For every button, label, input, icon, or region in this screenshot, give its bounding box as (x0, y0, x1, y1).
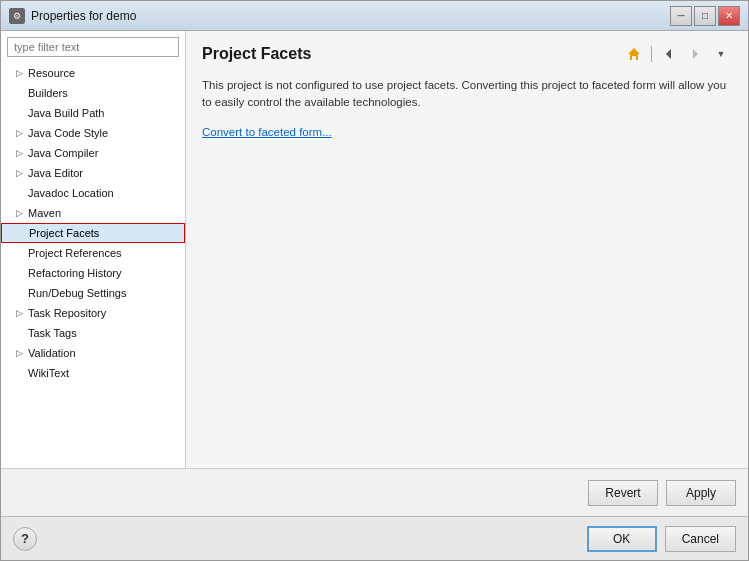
expand-icon (13, 267, 25, 279)
window-controls: ─ □ ✕ (670, 6, 740, 26)
expand-icon: ▷ (13, 347, 25, 359)
expand-icon: ▷ (13, 147, 25, 159)
expand-icon: ▷ (13, 167, 25, 179)
sidebar-item-java-code-style[interactable]: ▷ Java Code Style (1, 123, 185, 143)
expand-icon: ▷ (13, 207, 25, 219)
sidebar-item-label: Javadoc Location (28, 187, 114, 199)
sidebar-item-java-build-path[interactable]: Java Build Path (1, 103, 185, 123)
close-button[interactable]: ✕ (718, 6, 740, 26)
panel-toolbar: ▼ (623, 43, 732, 65)
expand-icon (13, 107, 25, 119)
title-bar: ⚙ Properties for demo ─ □ ✕ (1, 1, 748, 31)
forward-icon (688, 47, 702, 61)
sidebar-item-label: Java Build Path (28, 107, 104, 119)
window-title: Properties for demo (31, 9, 670, 23)
footer-right: OK Cancel (587, 526, 736, 552)
sidebar: ▷ Resource Builders Java Build Path ▷ Ja… (1, 31, 186, 468)
sidebar-item-label: Run/Debug Settings (28, 287, 126, 299)
revert-button[interactable]: Revert (588, 480, 658, 506)
sidebar-item-label: Java Compiler (28, 147, 98, 159)
sidebar-item-java-editor[interactable]: ▷ Java Editor (1, 163, 185, 183)
svg-marker-1 (666, 49, 671, 59)
sidebar-item-run-debug-settings[interactable]: Run/Debug Settings (1, 283, 185, 303)
sidebar-item-resource[interactable]: ▷ Resource (1, 63, 185, 83)
sidebar-item-label: Project Facets (29, 227, 99, 239)
sidebar-item-label: Java Editor (28, 167, 83, 179)
help-button[interactable]: ? (13, 527, 37, 551)
sidebar-item-label: Refactoring History (28, 267, 122, 279)
window-icon: ⚙ (9, 8, 25, 24)
back-icon (662, 47, 676, 61)
dialog-footer: ? OK Cancel (1, 516, 748, 560)
toolbar-separator (651, 46, 652, 62)
sidebar-item-task-tags[interactable]: Task Tags (1, 323, 185, 343)
bottom-action-bar: Revert Apply (1, 468, 748, 516)
sidebar-item-builders[interactable]: Builders (1, 83, 185, 103)
svg-marker-2 (693, 49, 698, 59)
sidebar-item-maven[interactable]: ▷ Maven (1, 203, 185, 223)
toolbar-dropdown-button[interactable]: ▼ (710, 43, 732, 65)
sidebar-item-javadoc-location[interactable]: Javadoc Location (1, 183, 185, 203)
sidebar-item-label: Task Repository (28, 307, 106, 319)
expand-icon (13, 287, 25, 299)
sidebar-item-label: Builders (28, 87, 68, 99)
main-panel: Project Facets (186, 31, 748, 468)
expand-icon: ▷ (13, 67, 25, 79)
svg-marker-0 (628, 48, 640, 60)
expand-icon (13, 367, 25, 379)
panel-header: Project Facets (202, 43, 732, 65)
toolbar-home-button[interactable] (623, 43, 645, 65)
expand-icon (14, 227, 26, 239)
sidebar-item-wikitext[interactable]: WikiText (1, 363, 185, 383)
cancel-button[interactable]: Cancel (665, 526, 736, 552)
sidebar-item-label: Java Code Style (28, 127, 108, 139)
properties-dialog: ⚙ Properties for demo ─ □ ✕ ▷ Resource B… (0, 0, 749, 561)
ok-button[interactable]: OK (587, 526, 657, 552)
expand-icon: ▷ (13, 307, 25, 319)
expand-icon: ▷ (13, 127, 25, 139)
footer-left: ? (13, 527, 587, 551)
description-text: This project is not configured to use pr… (202, 77, 732, 112)
sidebar-item-refactoring-history[interactable]: Refactoring History (1, 263, 185, 283)
panel-content: This project is not configured to use pr… (202, 77, 732, 456)
expand-icon (13, 187, 25, 199)
apply-button[interactable]: Apply (666, 480, 736, 506)
sidebar-item-project-facets[interactable]: Project Facets (1, 223, 185, 243)
home-icon (626, 46, 642, 62)
maximize-button[interactable]: □ (694, 6, 716, 26)
sidebar-item-label: Project References (28, 247, 122, 259)
expand-icon (13, 87, 25, 99)
sidebar-item-label: Resource (28, 67, 75, 79)
sidebar-item-label: Task Tags (28, 327, 77, 339)
content-area: ▷ Resource Builders Java Build Path ▷ Ja… (1, 31, 748, 468)
sidebar-item-project-references[interactable]: Project References (1, 243, 185, 263)
expand-icon (13, 327, 25, 339)
sidebar-item-label: Maven (28, 207, 61, 219)
sidebar-item-java-compiler[interactable]: ▷ Java Compiler (1, 143, 185, 163)
toolbar-forward-button[interactable] (684, 43, 706, 65)
convert-link[interactable]: Convert to faceted form... (202, 126, 732, 138)
filter-input[interactable] (7, 37, 179, 57)
tree-list: ▷ Resource Builders Java Build Path ▷ Ja… (1, 61, 185, 468)
sidebar-item-validation[interactable]: ▷ Validation (1, 343, 185, 363)
sidebar-item-task-repository[interactable]: ▷ Task Repository (1, 303, 185, 323)
sidebar-item-label: Validation (28, 347, 76, 359)
sidebar-item-label: WikiText (28, 367, 69, 379)
minimize-button[interactable]: ─ (670, 6, 692, 26)
expand-icon (13, 247, 25, 259)
panel-title: Project Facets (202, 45, 311, 63)
toolbar-back-button[interactable] (658, 43, 680, 65)
